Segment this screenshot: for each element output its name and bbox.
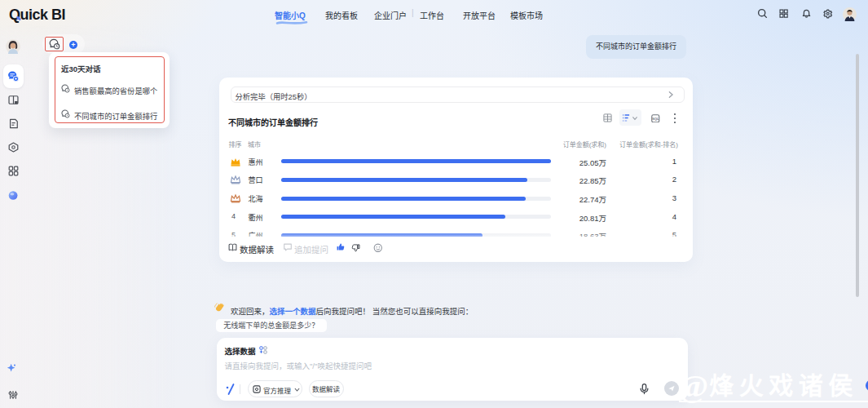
svg-text:SQL: SQL <box>652 117 659 121</box>
